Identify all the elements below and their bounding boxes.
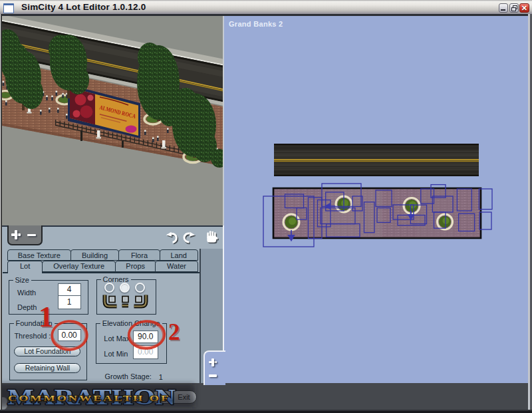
svg-text:1: 1 <box>39 301 53 333</box>
svg-text:COMMONWEALTH OF: COMMONWEALTH OF <box>8 394 170 403</box>
svg-text:2: 2 <box>168 319 180 345</box>
